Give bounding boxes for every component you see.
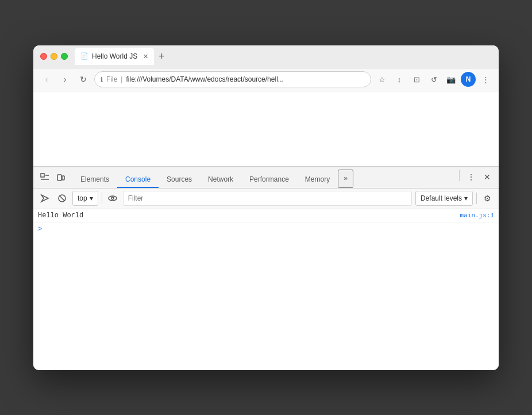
browser-window: 📄 Hello World JS ✕ + ‹ › ↻ ℹ File | file… bbox=[33, 45, 499, 370]
new-tab-button[interactable]: + bbox=[159, 51, 165, 62]
lock-icon: ℹ bbox=[101, 76, 103, 83]
inspect-element-button[interactable] bbox=[38, 171, 52, 185]
maximize-window-button[interactable] bbox=[61, 53, 68, 60]
address-bar[interactable]: ℹ File | file:///Volumes/DATA/www/edocs/… bbox=[94, 71, 371, 87]
profile-button[interactable]: N bbox=[461, 72, 476, 87]
console-levels-divider bbox=[476, 193, 477, 204]
console-log-link[interactable]: main.js:1 bbox=[460, 212, 494, 219]
console-prompt-row: > bbox=[33, 222, 499, 236]
reload-button[interactable]: ↻ bbox=[76, 72, 91, 87]
tab-console[interactable]: Console bbox=[117, 172, 159, 188]
traffic-lights bbox=[40, 53, 68, 60]
context-select-arrow: ▾ bbox=[90, 194, 93, 202]
svg-line-7 bbox=[60, 196, 65, 201]
nav-icons: ☆ ↕ ⊡ ↺ 📷 N ⋮ bbox=[375, 72, 493, 87]
console-content: Hello World main.js:1 > bbox=[33, 209, 499, 370]
clear-console-button[interactable] bbox=[38, 191, 52, 205]
device-toolbar-button[interactable] bbox=[54, 171, 68, 185]
extension1-button[interactable]: ⊡ bbox=[409, 72, 424, 87]
console-log-entry: Hello World main.js:1 bbox=[33, 209, 499, 222]
context-select-value: top bbox=[78, 194, 87, 202]
more-tabs-button[interactable]: » bbox=[338, 170, 353, 188]
page-content bbox=[33, 91, 499, 166]
menu-button[interactable]: ⋮ bbox=[478, 72, 493, 87]
tab-close-button[interactable]: ✕ bbox=[143, 53, 148, 60]
nav-bar: ‹ › ↻ ℹ File | file:///Volumes/DATA/www/… bbox=[33, 68, 499, 91]
close-window-button[interactable] bbox=[40, 53, 47, 60]
tab-elements[interactable]: Elements bbox=[72, 172, 117, 188]
svg-point-8 bbox=[109, 196, 117, 201]
title-bar: 📄 Hello World JS ✕ + bbox=[33, 45, 499, 68]
console-filter-input[interactable] bbox=[123, 191, 412, 206]
svg-point-9 bbox=[111, 197, 114, 199]
svg-rect-3 bbox=[57, 175, 61, 180]
devtools-controls bbox=[38, 171, 68, 188]
devtools-panel: Elements Console Sources Network Perform… bbox=[33, 166, 499, 370]
extension2-button[interactable]: ↺ bbox=[426, 72, 441, 87]
devtools-right-controls: ⋮ ✕ bbox=[457, 170, 494, 188]
devtools-close-button[interactable]: ✕ bbox=[480, 170, 494, 184]
tab-network[interactable]: Network bbox=[200, 172, 241, 188]
devtools-tab-bar: Elements Console Sources Network Perform… bbox=[33, 167, 499, 189]
tab-sources[interactable]: Sources bbox=[159, 172, 200, 188]
file-label: File bbox=[106, 75, 117, 83]
bookmark-button[interactable]: ☆ bbox=[375, 72, 390, 87]
console-toolbar: top ▾ Default levels ▾ ⚙ bbox=[33, 189, 499, 209]
log-levels-arrow: ▾ bbox=[464, 194, 468, 202]
eye-icon-button[interactable] bbox=[106, 191, 119, 205]
tab-memory[interactable]: Memory bbox=[297, 172, 338, 188]
minimize-window-button[interactable] bbox=[51, 53, 57, 60]
devtools-divider bbox=[459, 170, 460, 181]
console-settings-button[interactable]: ⚙ bbox=[480, 191, 494, 205]
svg-rect-0 bbox=[41, 174, 44, 177]
context-select[interactable]: top ▾ bbox=[72, 191, 98, 206]
console-log-text: Hello World bbox=[38, 212, 460, 220]
sync-button[interactable]: ↕ bbox=[392, 72, 407, 87]
tab-title: Hello World JS bbox=[92, 52, 137, 60]
block-icon-button[interactable] bbox=[55, 191, 69, 205]
console-toolbar-divider bbox=[102, 193, 102, 204]
log-levels-select[interactable]: Default levels ▾ bbox=[415, 191, 473, 206]
tab-favicon-icon: 📄 bbox=[80, 52, 88, 60]
devtools-settings-button[interactable]: ⋮ bbox=[464, 170, 478, 184]
forward-button[interactable]: › bbox=[57, 72, 72, 87]
console-caret: > bbox=[38, 225, 42, 233]
browser-tab[interactable]: 📄 Hello World JS ✕ bbox=[75, 48, 154, 65]
svg-marker-5 bbox=[41, 195, 48, 202]
camera-button[interactable]: 📷 bbox=[444, 72, 458, 87]
tab-performance[interactable]: Performance bbox=[241, 172, 297, 188]
console-input-area[interactable] bbox=[44, 225, 494, 234]
tab-bar: 📄 Hello World JS ✕ + bbox=[75, 48, 492, 65]
url-text: file:///Volumes/DATA/www/edocs/react/sou… bbox=[126, 75, 365, 83]
address-separator: | bbox=[121, 75, 122, 83]
log-levels-label: Default levels bbox=[421, 194, 462, 202]
svg-rect-4 bbox=[62, 176, 64, 180]
back-button[interactable]: ‹ bbox=[39, 72, 54, 87]
